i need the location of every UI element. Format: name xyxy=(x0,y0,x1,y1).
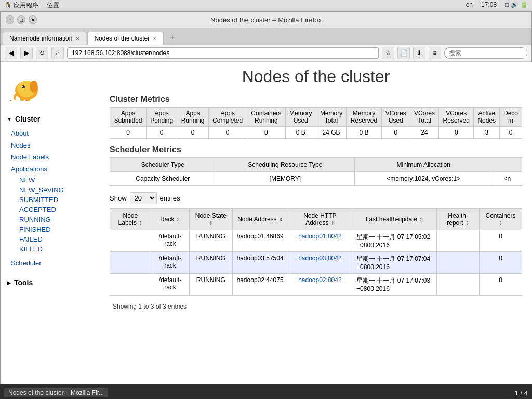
sidebar-cluster-toggle[interactable]: ▼ Cluster xyxy=(1,111,99,127)
metric-val-decom-nodes: 0 xyxy=(500,127,522,139)
sidebar-sub-accepted[interactable]: ACCEPTED xyxy=(19,205,99,215)
page-content: hadoop ▼ Cluster About Nodes Node Labels… xyxy=(1,62,532,384)
metric-val-memory-used: 0 B xyxy=(285,127,316,139)
os-menu-places[interactable]: 位置 xyxy=(47,1,59,10)
os-logo[interactable]: 🐧 应用程序 xyxy=(4,1,38,10)
scheduler-val-min-alloc: <memory:1024, vCores:1> xyxy=(354,172,493,186)
row-health-update: 星期一 十一月 07 17:07:04 +0800 2016 xyxy=(352,252,437,274)
metric-val-vcores-total: 24 xyxy=(410,127,438,139)
close-button[interactable]: ✕ xyxy=(29,15,37,24)
nodes-header-http[interactable]: Node HTTP Address ⇕ xyxy=(288,209,352,230)
bookmark-button[interactable]: ☆ xyxy=(382,47,394,59)
row-address: hadoop01:46869 xyxy=(232,230,288,252)
metric-header-vcores-used: VCoresUsed xyxy=(381,108,410,127)
row-address: hadoop02:44075 xyxy=(232,274,288,296)
new-tab-button[interactable]: ＋ xyxy=(165,30,180,45)
sidebar-item-applications[interactable]: Applications xyxy=(1,163,99,175)
nodes-header-rack[interactable]: Rack ⇕ xyxy=(151,209,189,230)
browser-title: Nodes of the cluster – Mozilla Firefox xyxy=(37,16,495,24)
show-label: Show xyxy=(110,194,127,202)
row-health-update: 星期一 十一月 07 17:07:03 +0800 2016 xyxy=(352,274,437,296)
page-title: Nodes of the cluster xyxy=(110,67,522,86)
tab-nodes-close[interactable]: ✕ xyxy=(153,36,157,42)
metric-val-apps-running: 0 xyxy=(177,127,208,139)
svg-point-3 xyxy=(22,86,23,87)
url-bar[interactable] xyxy=(67,47,379,59)
entries-select[interactable]: 20 50 100 xyxy=(130,192,157,204)
cluster-metrics-title: Cluster Metrics xyxy=(110,95,522,104)
sidebar-item-about[interactable]: About xyxy=(1,127,99,139)
metric-val-memory-total: 24 GB xyxy=(316,127,347,139)
sidebar-sub-killed[interactable]: KILLED xyxy=(19,244,99,254)
tools-arrow-icon: ▶ xyxy=(7,280,11,286)
nodes-header-health-update[interactable]: Last health-update ⇕ xyxy=(352,209,437,230)
minimize-button[interactable]: － xyxy=(6,15,14,24)
sidebar-sub-running[interactable]: RUNNING xyxy=(19,215,99,224)
sidebar-item-scheduler[interactable]: Scheduler xyxy=(1,257,99,269)
sidebar-item-node-labels[interactable]: Node Labels xyxy=(1,151,99,163)
menu-button[interactable]: ≡ xyxy=(429,47,441,59)
browser-search[interactable] xyxy=(444,47,527,59)
refresh-button[interactable]: ↻ xyxy=(36,47,48,59)
nodes-header-containers[interactable]: Containers ⇕ xyxy=(479,209,522,230)
row-health-report xyxy=(437,252,480,274)
os-tray-icons: □ 🔊 🔋 xyxy=(505,1,528,10)
sidebar-sub-new-saving[interactable]: NEW_SAVING xyxy=(19,185,99,195)
svg-point-4 xyxy=(30,81,38,93)
row-http[interactable]: hadoop01:8042 xyxy=(288,230,352,252)
tab-namenode-close[interactable]: ✕ xyxy=(75,36,79,42)
metric-val-apps-submitted: 0 xyxy=(110,127,147,139)
tab-namenode[interactable]: Namenode information ✕ xyxy=(3,32,86,45)
metric-val-active-nodes: 3 xyxy=(474,127,500,139)
sort-arrows-http: ⇕ xyxy=(330,220,335,226)
back-button[interactable]: ◀ xyxy=(5,47,17,59)
sidebar-tools-label: Tools xyxy=(14,278,33,287)
tab-nodes[interactable]: Nodes of the cluster ✕ xyxy=(87,32,164,45)
metric-val-apps-completed: 0 xyxy=(208,127,247,139)
maximize-button[interactable]: □ xyxy=(17,15,25,24)
forward-button[interactable]: ▶ xyxy=(20,47,33,59)
scheduler-val-type: Capacity Scheduler xyxy=(110,172,216,186)
nodes-header-labels[interactable]: Node Labels ⇕ xyxy=(110,209,151,230)
row-health-report xyxy=(437,274,480,296)
nodes-header-state[interactable]: Node State ⇕ xyxy=(190,209,232,230)
home-button[interactable]: ⌂ xyxy=(51,47,64,59)
nav-bar: ◀ ▶ ↻ ⌂ ☆ 📄 ⬇ ≡ xyxy=(1,45,531,62)
scheduler-metrics-title: Scheduler Metrics xyxy=(110,145,522,154)
metric-val-containers-running: 0 xyxy=(247,127,285,139)
sidebar-logo-area: hadoop xyxy=(1,67,99,111)
reader-button[interactable]: 📄 xyxy=(397,47,410,59)
nodes-header-address[interactable]: Node Address ⇕ xyxy=(232,209,288,230)
sidebar-sub-failed[interactable]: FAILED xyxy=(19,234,99,244)
tab-bar: Namenode information ✕ Nodes of the clus… xyxy=(1,28,531,45)
browser-window: － □ ✕ Nodes of the cluster – Mozilla Fir… xyxy=(0,11,532,384)
download-button[interactable]: ⬇ xyxy=(413,47,425,59)
taskbar: Nodes of the cluster – Mozilla Fir... 1 … xyxy=(0,384,532,399)
entries-label: entries xyxy=(160,194,180,202)
taskbar-firefox-item[interactable]: Nodes of the cluster – Mozilla Fir... xyxy=(4,388,108,397)
row-health-update: 星期一 十一月 07 17:05:02 +0800 2016 xyxy=(352,230,437,252)
scheduler-header-min-alloc: Minimum Allocation xyxy=(354,158,493,172)
scheduler-header-resource: Scheduling Resource Type xyxy=(216,158,354,172)
row-http[interactable]: hadoop02:8042 xyxy=(288,274,352,296)
show-entries-control: Show 20 50 100 entries xyxy=(110,192,522,204)
row-health-report xyxy=(437,230,480,252)
main-content: Nodes of the cluster Cluster Metrics App… xyxy=(99,62,532,384)
metric-val-vcores-used: 0 xyxy=(381,127,410,139)
row-rack: /default-rack xyxy=(151,274,189,296)
sort-arrows-address: ⇕ xyxy=(278,217,283,222)
metric-header-memory-used: MemoryUsed xyxy=(285,108,316,127)
browser-title-bar: － □ ✕ Nodes of the cluster – Mozilla Fir… xyxy=(1,12,531,28)
sort-arrows-containers: ⇕ xyxy=(498,220,502,226)
sidebar-tools-toggle[interactable]: ▶ Tools xyxy=(1,274,99,291)
sort-arrows-labels: ⇕ xyxy=(138,220,142,226)
sidebar-sub-finished[interactable]: FINISHED xyxy=(19,224,99,234)
sidebar-sub-new[interactable]: NEW xyxy=(19,175,99,185)
sort-arrows-rack: ⇕ xyxy=(176,217,180,222)
nodes-header-health-report[interactable]: Health-report ⇕ xyxy=(437,209,480,230)
sidebar-item-nodes[interactable]: Nodes xyxy=(1,139,99,151)
sidebar-sub-submitted[interactable]: SUBMITTED xyxy=(19,195,99,205)
row-state: RUNNING xyxy=(190,274,232,296)
tab-namenode-label: Namenode information xyxy=(9,35,72,42)
row-http[interactable]: hadoop03:8042 xyxy=(288,252,352,274)
